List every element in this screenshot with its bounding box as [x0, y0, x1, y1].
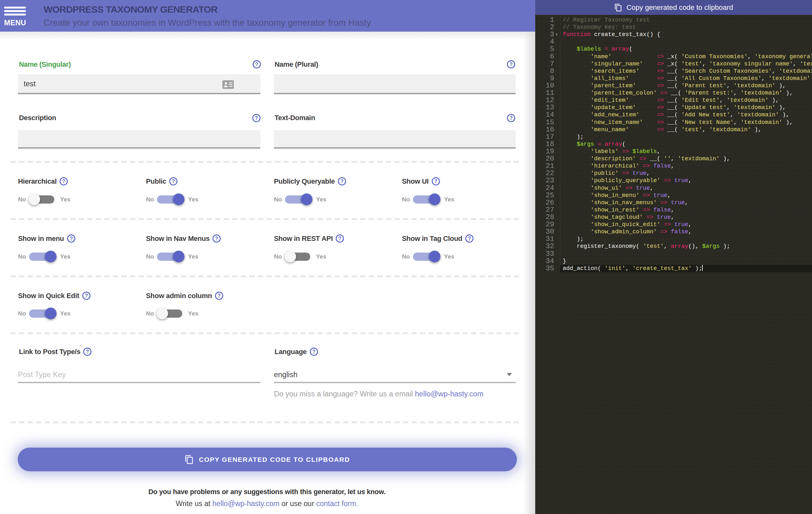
svg-text:?: ?: [218, 293, 221, 298]
svg-text:?: ?: [69, 235, 73, 241]
svg-text:?: ?: [510, 115, 513, 121]
svg-text:?: ?: [338, 235, 342, 241]
svg-text:?: ?: [468, 235, 471, 241]
svg-text:?: ?: [255, 61, 258, 67]
svg-text:?: ?: [434, 178, 437, 184]
svg-text:?: ?: [340, 178, 343, 184]
svg-text:?: ?: [312, 349, 315, 354]
svg-text:?: ?: [255, 115, 258, 121]
svg-text:?: ?: [215, 235, 218, 241]
svg-text:?: ?: [510, 61, 513, 67]
svg-text:?: ?: [62, 178, 65, 184]
svg-text:?: ?: [85, 293, 88, 298]
svg-text:?: ?: [172, 178, 175, 184]
svg-text:?: ?: [86, 349, 89, 354]
